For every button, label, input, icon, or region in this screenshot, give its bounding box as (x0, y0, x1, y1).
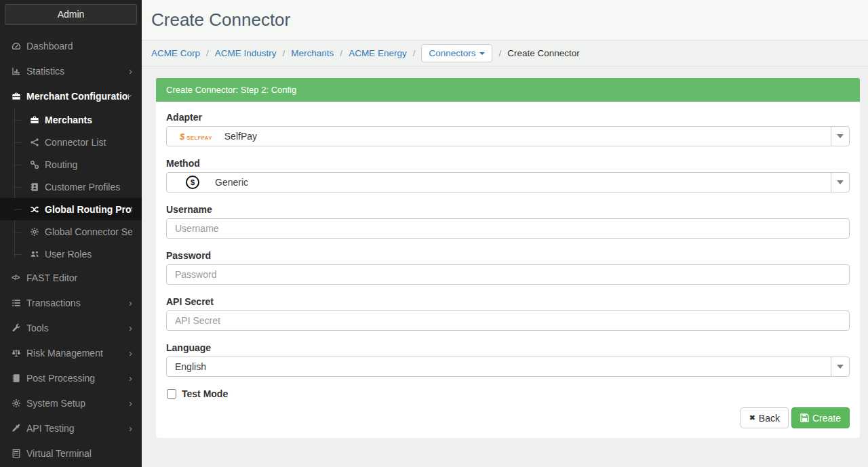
caret-down-icon (831, 127, 849, 146)
sidebar-item-api-testing[interactable]: API Testing› (0, 415, 142, 441)
sidebar-item-label: System Setup (26, 398, 129, 409)
language-value: English (175, 361, 206, 372)
sidebar-item-tools[interactable]: Tools› (0, 315, 142, 340)
username-input[interactable] (166, 218, 850, 239)
adapter-group: Adapter $ SELFPAY SelfPay (166, 112, 850, 146)
title-bar: Create Connector (142, 0, 868, 41)
sidebar-item-risk-management[interactable]: Risk Management› (0, 340, 142, 365)
save-icon (800, 413, 809, 422)
code-icon: </> (12, 274, 26, 281)
page-title: Create Connector (151, 9, 290, 31)
breadcrumb-link[interactable]: Merchants (291, 48, 334, 58)
sidebar-item-virtual-terminal[interactable]: Virtual Terminal (0, 441, 142, 466)
sidebar-item-statistics[interactable]: Statistics› (0, 58, 142, 83)
create-button[interactable]: Create (791, 407, 850, 428)
sidebar-item-label: Global Connector Settings (45, 226, 132, 237)
sidebar-item-global-routing-profile[interactable]: Global Routing Profile (0, 198, 142, 220)
username-group: Username (166, 204, 850, 239)
adapter-select[interactable]: $ SELFPAY SelfPay (166, 126, 850, 146)
password-group: Password (166, 250, 850, 285)
briefcase-icon (12, 92, 26, 101)
create-connector-panel: Create Connector: Step 2: Config Adapter… (156, 78, 860, 438)
breadcrumb-link[interactable]: ACME Energy (349, 48, 407, 58)
breadcrumb-separator: / (413, 48, 416, 58)
chevron-right-icon: › (129, 66, 132, 76)
address-book-icon (30, 182, 45, 192)
sidebar-item-dashboard[interactable]: Dashboard (0, 33, 142, 58)
breadcrumb-link[interactable]: ACME Corp (151, 48, 200, 58)
chevron-right-icon: › (129, 373, 132, 383)
wrench-icon (12, 323, 26, 333)
sidebar-item-user-roles[interactable]: User Roles (0, 243, 142, 265)
gear-icon (12, 399, 26, 408)
panel-heading: Create Connector: Step 2: Config (156, 78, 860, 102)
test-mode-label: Test Mode (182, 388, 228, 399)
sidebar-item-label: API Testing (26, 423, 129, 434)
admin-button[interactable]: Admin (5, 4, 137, 25)
chevron-down-icon: › (125, 94, 136, 98)
button-row: ✖ Back Create (166, 407, 850, 428)
sidebar-item-global-connector-settings[interactable]: Global Connector Settings (0, 220, 142, 243)
scales-icon (12, 348, 26, 358)
test-mode-row: Test Mode (167, 388, 850, 399)
book-icon (12, 373, 26, 383)
sidebar-item-label: Statistics (26, 66, 129, 77)
method-value: Generic (215, 177, 248, 188)
api-secret-group: API Secret (166, 296, 850, 331)
sidebar-item-label: FAST Editor (26, 272, 132, 283)
sidebar-submenu: MerchantsConnector ListRoutingCustomer P… (0, 108, 142, 265)
caret-down-icon (831, 173, 849, 192)
sidebar-item-label: Risk Management (26, 348, 129, 359)
calculator-icon (12, 449, 26, 458)
shuffle-icon (30, 205, 45, 214)
language-label: Language (166, 342, 850, 354)
breadcrumb-current: Create Connector (507, 48, 580, 58)
sidebar-item-merchants[interactable]: Merchants (0, 108, 142, 131)
sidebar-item-post-processing[interactable]: Post Processing› (0, 365, 142, 390)
api-secret-label: API Secret (166, 296, 850, 308)
api-secret-input[interactable] (166, 310, 850, 331)
language-select[interactable]: English (166, 357, 850, 377)
sidebar-item-label: Merchant Configuration (26, 91, 129, 102)
adapter-label: Adapter (166, 112, 850, 123)
connectors-dropdown-button[interactable]: Connectors (421, 44, 492, 62)
sidebar-item-system-setup[interactable]: System Setup› (0, 390, 142, 415)
test-mode-checkbox[interactable] (167, 389, 176, 399)
sidebar-item-label: Virtual Terminal (26, 448, 132, 459)
sidebar-item-label: Tools (26, 323, 129, 333)
panel-body: Adapter $ SELFPAY SelfPay Method $ Gener… (156, 102, 860, 438)
back-button[interactable]: ✖ Back (741, 407, 789, 428)
password-label: Password (166, 250, 850, 262)
password-input[interactable] (166, 264, 850, 285)
username-label: Username (166, 204, 850, 216)
adapter-value: SelfPay (224, 131, 257, 142)
chevron-right-icon: › (129, 423, 132, 433)
sidebar-item-transactions[interactable]: Transactions› (0, 290, 142, 315)
dollar-circle-icon: $ (186, 176, 199, 189)
sidebar-item-connector-list[interactable]: Connector List (0, 131, 142, 153)
breadcrumb-separator: / (340, 48, 342, 58)
selfpay-logo-icon: $ SELFPAY (180, 131, 212, 142)
sidebar-nav: DashboardStatistics›Merchant Configurati… (0, 33, 142, 466)
sidebar-item-label: Global Routing Profile (45, 204, 132, 215)
sidebar-item-routing[interactable]: Routing (0, 153, 142, 176)
chevron-right-icon: › (129, 298, 132, 308)
method-select[interactable]: $ Generic (166, 172, 850, 192)
gear-icon (30, 227, 45, 237)
sidebar-item-label: Merchants (45, 115, 132, 125)
x-icon: ✖ (749, 413, 755, 422)
breadcrumb-separator: / (206, 48, 209, 58)
sidebar-item-label: Routing (45, 159, 132, 170)
sidebar-item-customer-profiles[interactable]: Customer Profiles (0, 176, 142, 198)
sidebar-item-label: Connector List (45, 137, 132, 148)
breadcrumb: ACME Corp/ACME Industry/Merchants/ACME E… (142, 41, 868, 66)
share-icon (30, 138, 45, 147)
sidebar-item-merchant-configuration[interactable]: Merchant Configuration› (0, 83, 142, 108)
breadcrumb-separator: / (283, 48, 285, 58)
sidebar-item-fast-editor[interactable]: </>FAST Editor (0, 265, 142, 290)
sidebar-item-label: Transactions (26, 298, 129, 308)
chevron-right-icon: › (129, 398, 132, 408)
dashboard-icon (12, 41, 26, 51)
sidebar-item-label: Customer Profiles (45, 182, 132, 192)
breadcrumb-link[interactable]: ACME Industry (215, 48, 277, 58)
